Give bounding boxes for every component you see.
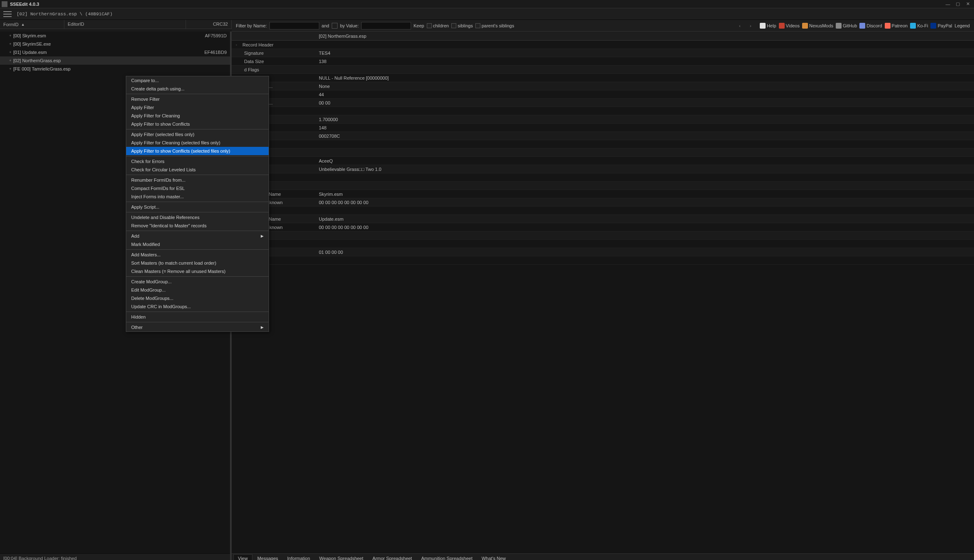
menu-item[interactable]: Inject Forms into master... bbox=[126, 192, 269, 201]
menu-item[interactable]: Add Masters... bbox=[126, 251, 269, 259]
menu-item[interactable]: Mark Modified bbox=[126, 240, 269, 248]
record-table[interactable]: -Record HeaderSignatureTES4Data Size138d… bbox=[232, 41, 974, 553]
nav-back-button[interactable]: ‹ bbox=[736, 22, 744, 30]
menu-item[interactable]: Remove Filter bbox=[126, 95, 269, 103]
bottom-tab[interactable]: What's New bbox=[477, 555, 510, 560]
record-row[interactable]: SignatureTES4 bbox=[232, 49, 974, 57]
nav-forward-button[interactable]: › bbox=[746, 22, 755, 30]
external-link-nexusmods[interactable]: NexusMods bbox=[802, 23, 833, 29]
record-row[interactable]: Data Size138 bbox=[232, 57, 974, 66]
record-row[interactable]: creenshot bbox=[232, 240, 974, 248]
record-row[interactable]: uthorAceeQ bbox=[232, 157, 974, 165]
tree-item[interactable]: +[01] Update.esmEF461BD9 bbox=[0, 48, 230, 56]
record-row[interactable]: on1.700000 bbox=[232, 115, 974, 124]
minimize-button[interactable]: — bbox=[943, 1, 952, 7]
keep-children-checkbox[interactable]: children bbox=[427, 23, 449, 28]
menu-item[interactable]: Apply Filter to show Conflicts (selected… bbox=[126, 147, 269, 155]
record-row[interactable]: verridden Forms bbox=[232, 231, 974, 240]
record-row[interactable]: nknown01 00 00 00 bbox=[232, 248, 974, 256]
external-link-patreon[interactable]: Patreon bbox=[885, 23, 908, 29]
record-row[interactable]: escriptionUnbelievable Grass□□ Two 1.0 bbox=[232, 165, 974, 173]
close-button[interactable]: ✕ bbox=[963, 1, 972, 7]
menu-separator bbox=[126, 175, 269, 175]
keep-siblings-checkbox[interactable]: siblings bbox=[451, 23, 473, 28]
menu-item[interactable]: Apply Filter bbox=[126, 103, 269, 112]
tree-item[interactable]: +[02] NorthernGrass.esp bbox=[0, 56, 230, 65]
record-row[interactable]: -eader bbox=[232, 107, 974, 115]
menu-item[interactable]: Apply Filter to show Conflicts bbox=[126, 120, 269, 128]
external-link-paypal[interactable]: PayPal bbox=[930, 23, 952, 29]
record-row[interactable]: r of Records148 bbox=[232, 124, 974, 132]
external-link-videos[interactable]: Videos bbox=[779, 23, 800, 29]
menu-item[interactable]: Apply Filter for Cleaning bbox=[126, 112, 269, 120]
menu-item[interactable]: Apply Filter for Cleaning (selected file… bbox=[126, 139, 269, 147]
keep-parents-checkbox[interactable]: parent's siblings bbox=[475, 23, 514, 28]
bottom-tab[interactable]: Information bbox=[283, 555, 314, 560]
menu-item[interactable]: Apply Script... bbox=[126, 203, 269, 211]
menu-item[interactable]: Update CRC in ModGroups... bbox=[126, 302, 269, 311]
menu-item[interactable]: Check for Circular Leveled Lists bbox=[126, 166, 269, 174]
menu-item[interactable]: Renumber FormIDs from... bbox=[126, 176, 269, 184]
record-row[interactable]: ST - FileNameUpdate.esm bbox=[232, 215, 974, 223]
column-formid[interactable]: FormID▲ bbox=[0, 20, 64, 29]
tree-item[interactable]: +[00] Skyrim.esmAF75991D bbox=[0, 32, 230, 40]
menu-item[interactable]: Create delta patch using... bbox=[126, 85, 269, 93]
bottom-tab[interactable]: View bbox=[233, 554, 252, 560]
expand-icon[interactable]: + bbox=[7, 67, 13, 71]
record-row[interactable]: -r File #0 bbox=[232, 182, 974, 190]
menu-item[interactable]: Check for Errors bbox=[126, 157, 269, 166]
expand-icon[interactable]: + bbox=[7, 34, 13, 38]
bottom-tab[interactable]: Messages bbox=[253, 555, 282, 560]
filter-bar: Filter by Name: and by Value: Keep child… bbox=[232, 20, 974, 32]
external-link-help[interactable]: Help bbox=[760, 23, 776, 29]
menu-item[interactable]: Delete ModGroups... bbox=[126, 294, 269, 302]
external-link-ko-fi[interactable]: Ko-Fi bbox=[910, 23, 928, 29]
tree-item[interactable]: +[FE 000] TamrielicGrass.esp bbox=[0, 65, 230, 73]
record-row[interactable]: ion Control I...None bbox=[232, 82, 974, 90]
expand-icon[interactable]: + bbox=[7, 58, 13, 63]
filter-name-input[interactable] bbox=[269, 22, 319, 29]
maximize-button[interactable]: ▢ bbox=[953, 1, 962, 7]
column-editorid[interactable]: EditorID bbox=[64, 20, 186, 29]
bottom-tab[interactable]: Ammunition Spreadsheet bbox=[417, 555, 477, 560]
expand-icon[interactable]: + bbox=[7, 50, 13, 54]
record-row[interactable]: -Files bbox=[232, 173, 974, 182]
record-row[interactable]: IDNULL - Null Reference [00000000] bbox=[232, 74, 974, 82]
expand-icon[interactable]: + bbox=[7, 42, 13, 46]
record-row[interactable]: nknown bbox=[232, 256, 974, 265]
record-row[interactable]: ATA - Unknown00 00 00 00 00 00 00 00 bbox=[232, 198, 974, 207]
menu-item[interactable]: Clean Masters (= Remove all unused Maste… bbox=[126, 267, 269, 275]
record-row[interactable]: ATA - Unknown00 00 00 00 00 00 00 00 bbox=[232, 223, 974, 231]
record-row[interactable]: Version44 bbox=[232, 90, 974, 99]
external-link-github[interactable]: GitHub bbox=[836, 23, 857, 29]
record-row[interactable]: ion Control I...00 00 bbox=[232, 99, 974, 107]
column-crc32[interactable]: CRC32 bbox=[186, 20, 232, 29]
record-row[interactable]: Object ID0002708C bbox=[232, 132, 974, 140]
record-row[interactable]: nknown bbox=[232, 140, 974, 149]
menu-item[interactable]: Other▶ bbox=[126, 323, 269, 331]
filter-toggle-icon[interactable] bbox=[332, 23, 338, 29]
record-row[interactable]: d Flags bbox=[232, 66, 974, 74]
record-row[interactable]: nknown bbox=[232, 149, 974, 157]
tree-item[interactable]: +[00] SkyrimSE.exe bbox=[0, 40, 230, 48]
bottom-tab[interactable]: Armor Spreadsheet bbox=[368, 555, 416, 560]
menu-item[interactable]: Hidden bbox=[126, 313, 269, 321]
menu-item[interactable]: Compare to... bbox=[126, 76, 269, 85]
collapse-icon[interactable]: - bbox=[236, 43, 241, 47]
menu-item[interactable]: Create ModGroup... bbox=[126, 278, 269, 286]
menu-item[interactable]: Undelete and Disable References bbox=[126, 213, 269, 222]
menu-item[interactable]: Compact FormIDs for ESL bbox=[126, 184, 269, 192]
main-menu-button[interactable] bbox=[3, 11, 12, 17]
filter-value-input[interactable] bbox=[361, 22, 411, 29]
menu-item[interactable]: Add▶ bbox=[126, 232, 269, 240]
legend-button[interactable]: Legend bbox=[954, 23, 970, 28]
menu-item[interactable]: Sort Masters (to match current load orde… bbox=[126, 259, 269, 267]
bottom-tab[interactable]: Weapon Spreadsheet bbox=[315, 555, 367, 560]
menu-item[interactable]: Remove "Identical to Master" records bbox=[126, 222, 269, 230]
menu-item[interactable]: Apply Filter (selected files only) bbox=[126, 130, 269, 139]
menu-item[interactable]: Edit ModGroup... bbox=[126, 286, 269, 294]
external-link-discord[interactable]: Discord bbox=[859, 23, 882, 29]
record-row[interactable]: -r File #1 bbox=[232, 207, 974, 215]
record-row[interactable]: ST - FileNameSkyrim.esm bbox=[232, 190, 974, 198]
record-row[interactable]: -Record Header bbox=[232, 41, 974, 49]
